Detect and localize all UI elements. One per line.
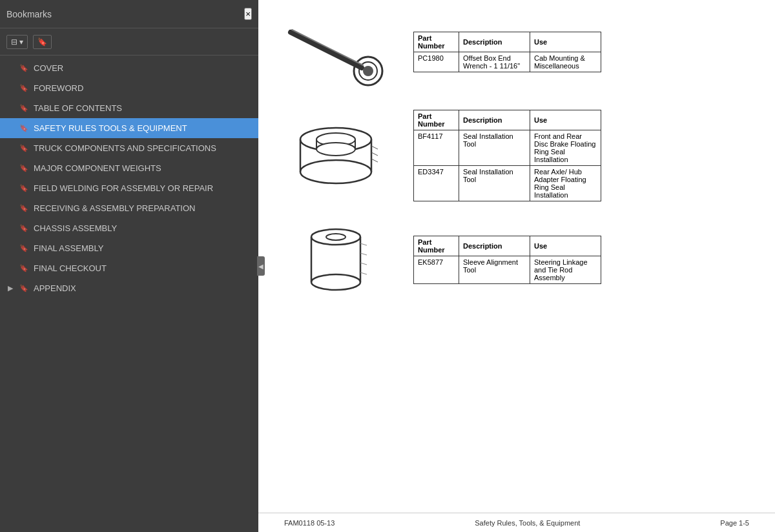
col-header-description-3: Description [459,236,530,256]
cell-description: Offset Box End Wrench - 1 11/16" [459,52,530,72]
main-content: Part Number Description Use PC1980Offset… [258,0,775,532]
sidebar: Bookmarks × ⊟ ▾ 🔖 🔖COVER🔖FOREWORD🔖TABLE … [0,0,258,532]
sidebar-item-truck[interactable]: 🔖TRUCK COMPONENTS AND SPECIFICATIONS [0,138,258,158]
footer-right: Page 1-5 [720,519,749,527]
tool-table-2: Part Number Description Use BF4117Seal I… [413,110,601,201]
bookmark-icon: 🔖 [37,37,47,46]
tool-entry-1: Part Number Description Use PC1980Offset… [284,13,749,90]
bookmark-marker-icon: 🔖 [19,244,28,252]
page-area: Part Number Description Use PC1980Offset… [258,0,775,532]
svg-point-20 [326,234,346,240]
footer-center: Safety Rules, Tools, & Equipment [475,519,580,527]
col-header-description-1: Description [459,32,530,52]
sidebar-item-chassis[interactable]: 🔖CHASSIS ASSEMBLY [0,218,258,238]
sidebar-item-field[interactable]: 🔖FIELD WELDING FOR ASSEMBLY OR REPAIR [0,178,258,198]
svg-line-4 [292,30,363,65]
collapse-sidebar-handle[interactable]: ◀ [257,256,265,276]
svg-line-22 [360,253,367,255]
sidebar-item-label: MAJOR COMPONENT WEIGHTS [34,163,161,173]
svg-point-12 [316,143,355,156]
sidebar-item-receiving[interactable]: 🔖RECEIVING & ASSEMBLY PREPARATION [0,198,258,218]
table-row: EK5877Sleeve Alignment ToolSteering Link… [414,256,601,283]
sidebar-item-final[interactable]: 🔖FINAL ASSEMBLY [0,238,258,258]
sidebar-item-major[interactable]: 🔖MAJOR COMPONENT WEIGHTS [0,158,258,178]
cell-part-number: EK5877 [414,256,459,283]
tool-entry-3: Part Number Description Use EK5877Sleeve… [284,221,749,298]
tool-table-1: Part Number Description Use PC1980Offset… [413,32,601,72]
sidebar-item-safety[interactable]: 🔖SAFETY RULES TOOLS & EQUIPMENT [0,118,258,138]
table-row: BF4117Seal Installation ToolFront and Re… [414,130,601,166]
table-row: PC1980Offset Box End Wrench - 1 11/16"Ca… [414,52,601,72]
tool-image-wrench [284,13,388,90]
sidebar-item-label: COVER [34,63,63,73]
col-header-part-number-1: Part Number [414,32,459,52]
sidebar-item-label: FINAL CHECKOUT [34,263,107,273]
bookmark-marker-icon: 🔖 [19,164,28,172]
sidebar-item-label: RECEIVING & ASSEMBLY PREPARATION [34,203,195,213]
expand-all-button[interactable]: ⊟ ▾ [6,35,28,49]
svg-point-8 [300,160,371,183]
col-header-part-number-3: Part Number [414,236,459,256]
bookmark-marker-icon: 🔖 [19,224,28,232]
cell-part-number: BF4117 [414,130,459,166]
cell-part-number: PC1980 [414,52,459,72]
cell-use: Front and Rear Disc Brake Floating Ring … [530,130,601,166]
sidebar-toolbar: ⊟ ▾ 🔖 [0,28,258,56]
sidebar-title: Bookmarks [6,9,52,19]
grid-icon: ⊟ [11,37,17,46]
sidebar-item-label: CHASSIS ASSEMBLY [34,223,117,233]
bookmark-marker-icon: 🔖 [19,284,28,292]
svg-point-19 [311,274,360,290]
sidebar-item-appendix[interactable]: ▶🔖APPENDIX [0,278,258,298]
col-header-description-2: Description [459,110,530,130]
cell-description: Seal Installation Tool [459,166,530,201]
bookmark-marker-icon: 🔖 [19,184,28,192]
cell-part-number: ED3347 [414,166,459,201]
sidebar-item-foreword[interactable]: 🔖FOREWORD [0,78,258,98]
bookmark-marker-icon: 🔖 [19,84,28,92]
svg-line-23 [360,263,367,265]
col-header-use-2: Use [530,110,601,130]
tool-image-ring [284,114,388,198]
cell-description: Sleeve Alignment Tool [459,256,530,283]
bookmark-marker-icon: 🔖 [19,124,28,132]
bookmark-marker-icon: 🔖 [19,264,28,272]
sidebar-item-toc[interactable]: 🔖TABLE OF CONTENTS [0,98,258,118]
svg-line-14 [371,152,378,156]
sidebar-item-label: FOREWORD [34,83,83,93]
svg-line-13 [371,146,378,149]
page-footer: FAM0118 05-13 Safety Rules, Tools, & Equ… [258,513,775,532]
bookmark-marker-icon: 🔖 [19,144,28,152]
col-header-use-1: Use [530,32,601,52]
table-row: ED3347Seal Installation ToolRear Axle/ H… [414,166,601,201]
tool-entry-2: Part Number Description Use BF4117Seal I… [284,110,749,201]
tool-image-cylinder [284,221,388,298]
bookmark-marker-icon: 🔖 [19,204,28,212]
cell-use: Rear Axle/ Hub Adapter Floating Ring Sea… [530,166,601,201]
sidebar-item-label: FIELD WELDING FOR ASSEMBLY OR REPAIR [34,183,213,193]
bookmark-view-button[interactable]: 🔖 [33,35,52,49]
sidebar-close-button[interactable]: × [244,8,252,20]
svg-line-24 [360,272,367,274]
svg-line-15 [371,159,378,162]
footer-left: FAM0118 05-13 [284,519,335,527]
sidebar-item-label: TABLE OF CONTENTS [34,103,122,113]
cell-use: Steering Linkage and Tie Rod Assembly [530,256,601,283]
bookmark-marker-icon: 🔖 [19,104,28,112]
sidebar-item-label: TRUCK COMPONENTS AND SPECIFICATIONS [34,143,216,153]
cell-description: Seal Installation Tool [459,130,530,166]
svg-point-3 [363,66,373,76]
col-header-part-number-2: Part Number [414,110,459,130]
svg-line-21 [360,243,367,245]
expand-arrow: ▾ [19,37,23,46]
sidebar-item-label: SAFETY RULES TOOLS & EQUIPMENT [34,123,187,133]
page-inner: Part Number Description Use PC1980Offset… [258,0,775,513]
svg-line-0 [291,32,362,68]
sidebar-item-label: APPENDIX [34,283,76,293]
sidebar-item-cover[interactable]: 🔖COVER [0,58,258,78]
expand-arrow-icon: ▶ [8,284,13,292]
sidebar-header: Bookmarks × [0,0,258,28]
close-icon: × [245,9,251,19]
sidebar-item-checkout[interactable]: 🔖FINAL CHECKOUT [0,258,258,278]
bookmark-list: 🔖COVER🔖FOREWORD🔖TABLE OF CONTENTS🔖SAFETY… [0,56,258,532]
